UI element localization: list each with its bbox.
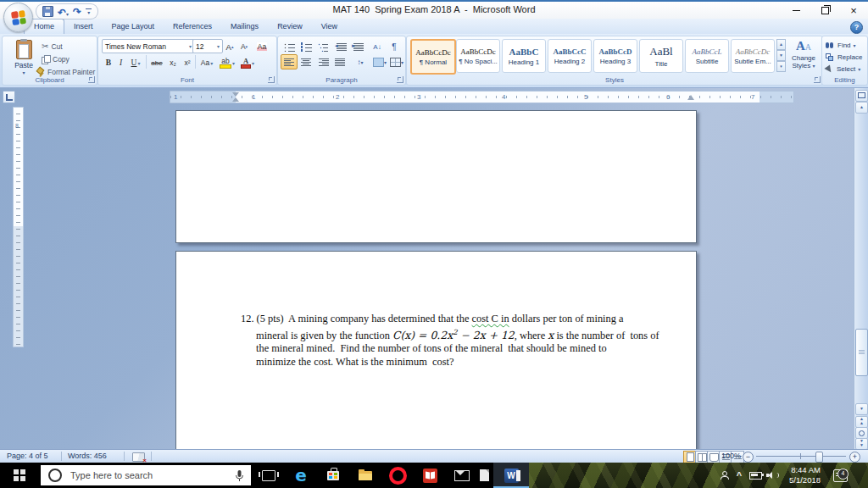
page-indicator[interactable]: Page: 4 of 5 bbox=[7, 452, 48, 460]
font-dialog-launcher[interactable] bbox=[268, 76, 275, 83]
text-highlight-button[interactable]: ab▾ bbox=[217, 55, 237, 70]
italic-button[interactable]: I bbox=[114, 55, 127, 70]
right-indent-marker[interactable] bbox=[687, 95, 694, 100]
task-view-button[interactable] bbox=[253, 463, 285, 488]
subscript-button[interactable]: x₂ bbox=[165, 55, 181, 70]
office-button[interactable] bbox=[3, 3, 33, 32]
styles-dialog-launcher[interactable] bbox=[814, 76, 821, 83]
align-right-button[interactable] bbox=[314, 54, 331, 69]
change-styles-button[interactable]: AA Change Styles ▾ bbox=[788, 39, 819, 81]
sort-button[interactable]: A↓ bbox=[369, 39, 386, 54]
tab-stop-selector[interactable] bbox=[3, 91, 15, 103]
replace-button[interactable]: Replace bbox=[826, 52, 862, 63]
close-button[interactable]: × bbox=[841, 3, 866, 17]
reader-app-button[interactable] bbox=[414, 463, 446, 488]
font-color-button[interactable]: A▾ bbox=[237, 55, 258, 70]
vertical-ruler[interactable]: 8 bbox=[13, 107, 24, 347]
font-size-combo[interactable]: 12▾ bbox=[192, 39, 223, 53]
strikethrough-button[interactable]: abe bbox=[147, 55, 166, 70]
scroll-down-button[interactable]: ▼ bbox=[855, 403, 868, 415]
style-subtle-emphasis[interactable]: AaBbCcDc Subtle Em... bbox=[731, 39, 775, 73]
find-button[interactable]: Find ▾ bbox=[826, 40, 856, 51]
zoom-slider-handle[interactable] bbox=[815, 452, 823, 463]
increase-indent-button[interactable]: ▸ bbox=[350, 39, 367, 54]
save-icon[interactable] bbox=[42, 6, 53, 17]
styles-scroll-down[interactable]: ▼ bbox=[776, 50, 786, 61]
copy-button[interactable]: Copy bbox=[42, 53, 70, 65]
bullets-button[interactable] bbox=[281, 39, 298, 54]
document-page-1[interactable] bbox=[175, 110, 697, 243]
style-subtitle[interactable]: AaBbCcL Subtitle bbox=[685, 39, 729, 73]
style-heading-3[interactable]: AaBbCcD Heading 3 bbox=[593, 39, 637, 73]
undo-dropdown[interactable]: ▾ bbox=[66, 12, 69, 17]
zoom-level[interactable]: 100% bbox=[721, 452, 741, 460]
select-button[interactable]: Select ▾ bbox=[826, 64, 860, 75]
cut-button[interactable]: ✂ Cut bbox=[42, 41, 63, 53]
grow-font-button[interactable]: A▴ bbox=[222, 39, 237, 54]
line-spacing-button[interactable]: ↕▾ bbox=[350, 54, 370, 69]
redo-button[interactable]: ↷ bbox=[73, 7, 81, 17]
zoom-slider-track[interactable] bbox=[756, 456, 846, 457]
shading-button[interactable]: ▾ bbox=[370, 54, 389, 69]
search-input[interactable] bbox=[69, 469, 228, 481]
zoom-in-button[interactable]: + bbox=[849, 452, 860, 463]
styles-gallery-expand[interactable]: ▾ bbox=[776, 61, 786, 72]
tab-view[interactable]: View bbox=[312, 19, 347, 34]
proofing-errors-icon[interactable]: × bbox=[132, 452, 145, 462]
previous-page-button[interactable]: ▲▲ bbox=[855, 416, 868, 428]
bold-button[interactable]: B bbox=[102, 55, 115, 70]
multilevel-list-button[interactable] bbox=[314, 39, 331, 54]
zoom-out-button[interactable]: − bbox=[743, 452, 754, 463]
store-button[interactable] bbox=[317, 463, 349, 488]
horizontal-ruler[interactable]: 1 1 2 3 4 5 6 7 bbox=[170, 91, 794, 103]
borders-button[interactable]: ▾ bbox=[387, 54, 406, 69]
action-center-button[interactable]: 4 bbox=[829, 463, 851, 488]
battery-tray-button[interactable] bbox=[747, 463, 764, 488]
style-heading-1[interactable]: AaBbC Heading 1 bbox=[502, 39, 546, 73]
indent-marker[interactable] bbox=[232, 92, 239, 97]
help-icon[interactable]: ? bbox=[850, 21, 863, 34]
undo-button[interactable]: ↶▾ bbox=[58, 4, 69, 19]
clock[interactable]: 8:44 AM 5/1/2018 bbox=[789, 465, 821, 485]
word-taskbar-button[interactable]: W bbox=[493, 463, 529, 488]
numbering-button[interactable] bbox=[298, 39, 314, 54]
clipboard-dialog-launcher[interactable] bbox=[88, 76, 95, 83]
vertical-scrollbar[interactable]: ▲ ▼ ▲▲ ▼▼ bbox=[854, 88, 868, 449]
customize-qat-button[interactable]: ▾ bbox=[86, 8, 92, 14]
show-hidden-icons-button[interactable]: ^ bbox=[732, 463, 746, 488]
align-left-button[interactable] bbox=[281, 54, 298, 69]
restore-button[interactable] bbox=[812, 3, 837, 17]
microphone-icon[interactable] bbox=[235, 469, 244, 482]
tab-insert[interactable]: Insert bbox=[64, 19, 103, 34]
font-family-combo[interactable]: Times New Roman▾ bbox=[102, 39, 195, 53]
superscript-button[interactable]: x² bbox=[180, 55, 195, 70]
taskbar-search[interactable] bbox=[41, 465, 251, 485]
clear-formatting-button[interactable]: Aa bbox=[253, 39, 271, 54]
tab-review[interactable]: Review bbox=[268, 19, 312, 34]
exam-question-12[interactable]: 12. (5 pts) A mining company has determi… bbox=[241, 313, 658, 369]
align-center-button[interactable] bbox=[298, 54, 314, 69]
scroll-up-button[interactable]: ▲ bbox=[855, 102, 868, 114]
style-heading-2[interactable]: AaBbCcC Heading 2 bbox=[548, 39, 592, 73]
file-explorer-button[interactable] bbox=[349, 463, 381, 488]
show-paragraph-marks-button[interactable]: ¶ bbox=[386, 39, 403, 54]
style-normal[interactable]: AaBbCcDc ¶ Normal bbox=[410, 39, 456, 75]
decrease-indent-button[interactable]: ◂ bbox=[333, 39, 350, 54]
style-no-spacing[interactable]: AaBbCcDc ¶ No Spaci... bbox=[456, 39, 500, 73]
tab-page-layout[interactable]: Page Layout bbox=[103, 19, 164, 34]
justify-button[interactable] bbox=[331, 54, 348, 69]
people-tray-button[interactable] bbox=[716, 463, 732, 488]
ruler-toggle-button[interactable] bbox=[855, 90, 868, 102]
next-page-button[interactable]: ▼▼ bbox=[855, 438, 868, 449]
paragraph-dialog-launcher[interactable] bbox=[397, 76, 403, 83]
style-title[interactable]: AaBl Title bbox=[639, 39, 683, 73]
start-button[interactable] bbox=[0, 463, 39, 488]
document-page-2[interactable]: 12. (5 pts) A mining company has determi… bbox=[175, 251, 697, 449]
tab-references[interactable]: References bbox=[164, 19, 221, 34]
shrink-font-button[interactable]: A▾ bbox=[236, 39, 252, 54]
styles-scroll-up[interactable]: ▲ bbox=[776, 39, 786, 50]
change-case-button[interactable]: Aa▾ bbox=[197, 55, 217, 70]
underline-button[interactable]: U▾ bbox=[126, 55, 145, 70]
tab-mailings[interactable]: Mailings bbox=[221, 19, 268, 34]
select-browse-object-button[interactable] bbox=[855, 427, 868, 439]
